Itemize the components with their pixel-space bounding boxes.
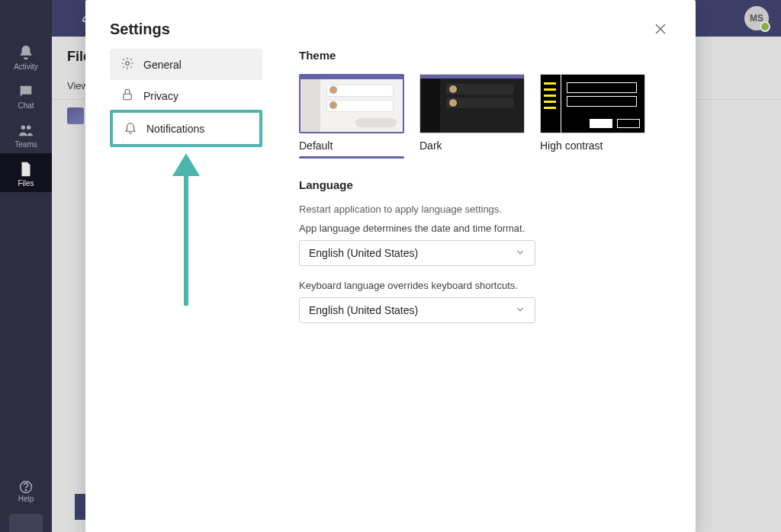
nav-privacy[interactable]: Privacy [110,80,262,111]
svg-rect-5 [124,94,132,100]
theme-dark-thumb [419,74,525,133]
nav-general[interactable]: General [110,49,262,80]
settings-sidenav: General Privacy Notifications [110,49,262,517]
nav-notifications-label: Notifications [146,123,204,135]
language-restart-note: Restart application to apply language se… [299,204,671,215]
theme-default-thumb [299,74,404,133]
lock-icon [121,88,134,104]
theme-hc-thumb [540,74,645,133]
theme-default-label: Default [299,133,404,152]
theme-dark-label: Dark [419,133,525,152]
settings-content: Theme Default Dark [299,49,671,517]
theme-high-contrast[interactable]: High contrast [540,74,645,159]
keyboard-language-value: English (United States) [309,304,418,316]
nav-general-label: General [143,59,182,71]
theme-dark[interactable]: Dark [419,74,525,159]
app-lang-note: App language determines the date and tim… [299,223,671,234]
app-language-value: English (United States) [309,247,418,259]
theme-hc-label: High contrast [540,133,645,152]
keyboard-lang-note: Keyboard language overrides keyboard sho… [299,280,671,291]
nav-notifications[interactable]: Notifications [113,113,259,144]
gear-icon [121,56,134,72]
modal-overlay: Settings General Privacy [0,0,781,532]
bell-icon [124,120,137,136]
chevron-down-icon [515,304,525,317]
settings-modal: Settings General Privacy [85,0,696,532]
keyboard-language-dropdown[interactable]: English (United States) [299,297,535,323]
svg-point-4 [126,62,130,66]
nav-privacy-label: Privacy [143,90,178,102]
arrow-annotation [159,153,214,306]
theme-default[interactable]: Default [299,74,404,159]
chevron-down-icon [515,247,525,260]
language-title: Language [299,178,671,191]
settings-title: Settings [110,21,170,38]
close-button[interactable] [650,18,671,40]
app-language-dropdown[interactable]: English (United States) [299,240,535,266]
highlight-annotation: Notifications [110,110,262,147]
theme-title: Theme [299,49,671,62]
